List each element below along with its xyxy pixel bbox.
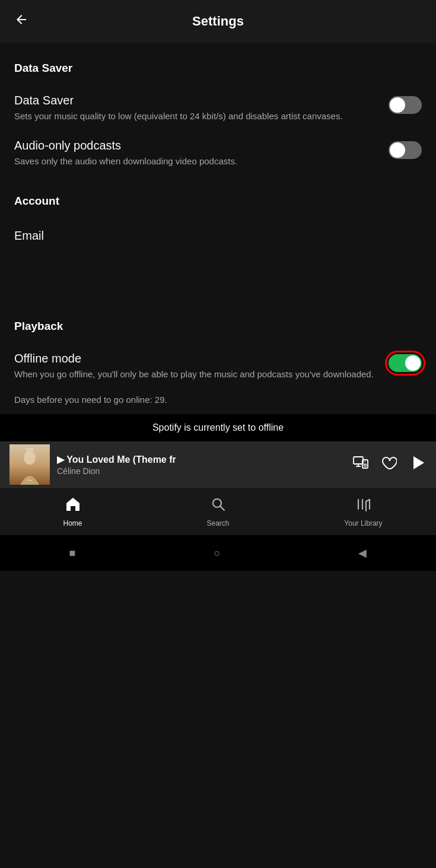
back-button[interactable]: [14, 12, 28, 30]
audio-only-podcasts-toggle[interactable]: [389, 141, 422, 159]
data-saver-text: Data Saver Sets your music quality to lo…: [14, 94, 389, 122]
library-icon: [355, 496, 372, 517]
audio-only-podcasts-desc: Saves only the audio when downloading vi…: [14, 155, 377, 167]
audio-only-podcasts-row: Audio-only podcasts Saves only the audio…: [14, 131, 422, 176]
offline-mode-row: Offline mode When you go offline, you'll…: [14, 344, 422, 389]
android-recent-button[interactable]: ■: [69, 547, 76, 559]
data-saver-toggle-knob: [390, 97, 405, 113]
now-playing-controls: [353, 454, 427, 476]
playback-section-label: Playback: [14, 301, 422, 344]
email-label: Email: [14, 229, 422, 243]
offline-banner-text: Spotify is currently set to offline: [152, 422, 284, 433]
now-playing-info: ▶ You Loved Me (Theme fr Céline Dion: [57, 454, 346, 476]
svg-text:Dion: Dion: [27, 479, 32, 482]
nav-search[interactable]: Search: [145, 496, 291, 527]
offline-mode-title: Offline mode: [14, 352, 377, 365]
svg-marker-10: [413, 456, 424, 469]
nav-home[interactable]: Home: [0, 496, 145, 527]
svg-rect-4: [354, 457, 363, 464]
play-button[interactable]: [409, 454, 427, 476]
offline-mode-toggle-knob: [405, 355, 421, 371]
android-home-button[interactable]: ○: [214, 547, 220, 559]
data-saver-section-label: Data Saver: [14, 43, 422, 85]
svg-text:Céline: Céline: [26, 447, 34, 451]
bottom-nav: Home Search Your Library: [0, 488, 436, 535]
data-saver-toggle[interactable]: [389, 96, 422, 114]
search-icon: [210, 496, 227, 517]
svg-point-8: [364, 464, 367, 466]
settings-content: Data Saver Data Saver Sets your music qu…: [0, 43, 436, 414]
now-playing-title: ▶ You Loved Me (Theme fr: [57, 454, 346, 465]
data-saver-row: Data Saver Sets your music quality to lo…: [14, 85, 422, 131]
android-nav-bar: ■ ○ ◀: [0, 535, 436, 571]
offline-banner: Spotify is currently set to offline: [0, 414, 436, 441]
spacer: [14, 253, 422, 301]
now-playing-artist: Céline Dion: [57, 466, 346, 476]
nav-library-label: Your Library: [344, 519, 382, 527]
email-row[interactable]: Email: [14, 218, 422, 253]
data-saver-desc: Sets your music quality to low (equivale…: [14, 110, 377, 122]
nav-library[interactable]: Your Library: [291, 496, 436, 527]
album-art: Céline Dion: [9, 444, 50, 485]
now-playing-title-text: ▶: [57, 454, 66, 465]
svg-point-9: [365, 461, 366, 462]
audio-only-podcasts-toggle-knob: [390, 142, 405, 158]
offline-mode-toggle[interactable]: [389, 354, 422, 372]
album-figure: Céline Dion: [9, 444, 50, 485]
audio-only-podcasts-text: Audio-only podcasts Saves only the audio…: [14, 139, 389, 167]
now-playing-bar[interactable]: Céline Dion ▶ You Loved Me (Theme fr Cél…: [0, 441, 436, 488]
nav-home-label: Home: [63, 519, 82, 527]
offline-mode-text: Offline mode When you go offline, you'll…: [14, 352, 389, 380]
svg-line-12: [220, 507, 224, 511]
account-section-label: Account: [14, 176, 422, 218]
svg-point-1: [24, 450, 36, 465]
days-before-online-text: Days before you need to go online: 29.: [14, 389, 422, 414]
data-saver-title: Data Saver: [14, 94, 377, 107]
favorite-icon[interactable]: [380, 454, 397, 475]
page-title: Settings: [192, 14, 244, 29]
header: Settings: [0, 0, 436, 43]
audio-only-podcasts-title: Audio-only podcasts: [14, 139, 377, 152]
offline-mode-desc: When you go offline, you'll only be able…: [14, 368, 377, 380]
nav-search-label: Search: [206, 519, 229, 527]
device-connect-icon[interactable]: [353, 455, 368, 474]
android-back-button[interactable]: ◀: [358, 546, 367, 559]
home-icon: [65, 496, 81, 517]
